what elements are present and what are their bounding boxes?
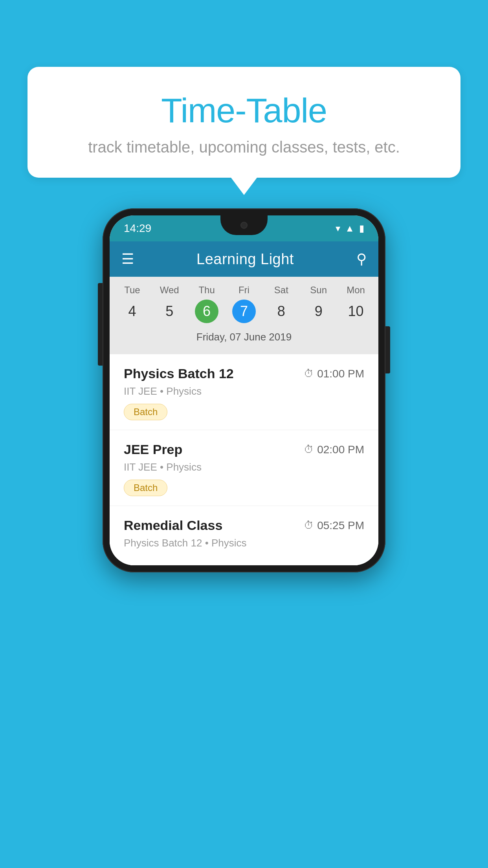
event-time-text: 01:00 PM — [317, 368, 364, 380]
event-item[interactable]: JEE Prep⏱02:00 PMIIT JEE • PhysicsBatch — [110, 430, 378, 506]
event-subtitle: IIT JEE • Physics — [124, 461, 364, 473]
day-number[interactable]: 7 — [232, 300, 256, 323]
calendar-day-6[interactable]: Thu6 — [188, 285, 226, 323]
day-name: Thu — [198, 285, 215, 296]
calendar-day-7[interactable]: Fri7 — [226, 285, 263, 323]
bubble-title: Time-Table — [43, 90, 445, 131]
event-time-text: 05:25 PM — [317, 519, 364, 532]
day-name: Tue — [124, 285, 140, 296]
event-badge: Batch — [124, 404, 167, 420]
app-header: ☰ Learning Light ⚲ — [110, 241, 378, 277]
day-number[interactable]: 6 — [195, 300, 218, 323]
notch — [220, 215, 268, 235]
day-number[interactable]: 8 — [270, 300, 293, 323]
event-time: ⏱01:00 PM — [304, 368, 364, 380]
day-number[interactable]: 9 — [307, 300, 330, 323]
event-time-text: 02:00 PM — [317, 443, 364, 456]
wifi-icon: ▾ — [336, 223, 340, 234]
status-bar: 14:29 ▾ ▲ ▮ — [110, 215, 378, 241]
event-item[interactable]: Physics Batch 12⏱01:00 PMIIT JEE • Physi… — [110, 354, 378, 430]
clock-icon: ⏱ — [304, 368, 314, 380]
calendar-strip: Tue4Wed5Thu6Fri7Sat8Sun9Mon10 Friday, 07… — [110, 277, 378, 354]
phone-shell: 14:29 ▾ ▲ ▮ ☰ Learning Light ⚲ — [103, 208, 385, 572]
speech-bubble: Time-Table track timetable, upcoming cla… — [28, 67, 460, 178]
signal-icon: ▲ — [345, 223, 354, 234]
volume-down-button — [98, 314, 103, 350]
clock-icon: ⏱ — [304, 443, 314, 456]
day-name: Sat — [274, 285, 288, 296]
phone-screen: 14:29 ▾ ▲ ▮ ☰ Learning Light ⚲ — [110, 215, 378, 565]
calendar-day-9[interactable]: Sun9 — [300, 285, 337, 323]
event-time: ⏱02:00 PM — [304, 443, 364, 456]
day-number[interactable]: 5 — [158, 300, 181, 323]
calendar-day-8[interactable]: Sat8 — [262, 285, 300, 323]
day-name: Wed — [160, 285, 179, 296]
event-title: Remedial Class — [124, 518, 222, 533]
search-icon[interactable]: ⚲ — [356, 251, 367, 267]
events-list: Physics Batch 12⏱01:00 PMIIT JEE • Physi… — [110, 354, 378, 565]
day-name: Mon — [347, 285, 365, 296]
day-number[interactable]: 4 — [120, 300, 144, 323]
calendar-days-row: Tue4Wed5Thu6Fri7Sat8Sun9Mon10 — [110, 285, 378, 323]
app-title: Learning Light — [196, 251, 294, 268]
volume-up-button — [98, 283, 103, 307]
event-subtitle: Physics Batch 12 • Physics — [124, 537, 364, 549]
clock-icon: ⏱ — [304, 519, 314, 531]
day-name: Fri — [238, 285, 250, 296]
calendar-day-5[interactable]: Wed5 — [151, 285, 188, 323]
calendar-day-4[interactable]: Tue4 — [114, 285, 151, 323]
day-name: Sun — [310, 285, 327, 296]
status-icons: ▾ ▲ ▮ — [336, 223, 364, 234]
bubble-subtitle: track timetable, upcoming classes, tests… — [43, 138, 445, 156]
event-time: ⏱05:25 PM — [304, 519, 364, 532]
status-time: 14:29 — [124, 222, 151, 235]
phone-wrapper: 14:29 ▾ ▲ ▮ ☰ Learning Light ⚲ — [103, 208, 385, 572]
event-subtitle: IIT JEE • Physics — [124, 385, 364, 397]
notch-camera — [240, 222, 248, 229]
battery-icon: ▮ — [359, 223, 364, 234]
event-title: JEE Prep — [124, 442, 182, 457]
calendar-day-10[interactable]: Mon10 — [337, 285, 374, 323]
day-number[interactable]: 10 — [344, 300, 367, 323]
event-item[interactable]: Remedial Class⏱05:25 PMPhysics Batch 12 … — [110, 506, 378, 565]
menu-icon[interactable]: ☰ — [121, 252, 134, 266]
calendar-selected-date: Friday, 07 June 2019 — [110, 327, 378, 350]
event-badge: Batch — [124, 480, 167, 496]
event-title: Physics Batch 12 — [124, 366, 234, 381]
